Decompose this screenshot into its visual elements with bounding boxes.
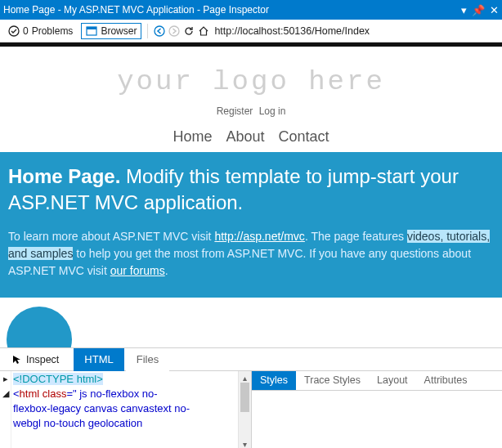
- forward-icon[interactable]: [168, 25, 180, 37]
- scroll-up-icon[interactable]: ▴: [239, 371, 251, 383]
- code-l2b: html: [20, 388, 40, 400]
- cursor-icon: [11, 354, 23, 365]
- code-l2d: =" js no-flexbox no-: [66, 388, 157, 400]
- title-bar: Home Page - My ASP.NET MVC Application -…: [0, 0, 502, 20]
- check-icon: [8, 25, 20, 37]
- toolbar-separator: [147, 24, 148, 38]
- tab-files[interactable]: Files: [126, 348, 169, 371]
- code-content: <!DOCTYPE html> <html class=" js no-flex…: [11, 371, 238, 448]
- home-icon[interactable]: [198, 25, 209, 37]
- browser-label: Browser: [101, 25, 137, 37]
- code-l2a: <: [13, 388, 20, 400]
- nav-about[interactable]: About: [226, 128, 264, 145]
- logo-placeholder: your logo here: [0, 66, 502, 97]
- problems-label: Problems: [32, 25, 74, 37]
- inspector-tabs-row: Inspect HTML Files: [0, 348, 502, 371]
- login-link[interactable]: Log in: [259, 105, 286, 117]
- gutter-collapse-icon[interactable]: ◢: [0, 386, 11, 401]
- hero-title-bold: Home Page.: [8, 165, 120, 187]
- svg-point-4: [169, 26, 179, 36]
- window-title: Home Page - My ASP.NET MVC Application -…: [3, 4, 461, 16]
- scroll-down-icon[interactable]: ▾: [239, 437, 251, 448]
- inspector-body: ▸ ◢ <!DOCTYPE html> <html class=" js no-…: [0, 371, 502, 448]
- lead-link-aspnet[interactable]: http://asp.net/mvc: [214, 230, 305, 243]
- styles-tabs: Styles Trace Styles Layout Attributes: [252, 371, 502, 391]
- hero-heading: Home Page. Modify this template to jump-…: [8, 164, 494, 217]
- window-controls: ▾ 📌 ✕: [461, 5, 499, 16]
- address-bar[interactable]: http://localhost:50136/Home/Index: [213, 25, 499, 37]
- decorative-circle: [7, 307, 72, 347]
- inspect-button[interactable]: Inspect: [5, 352, 65, 368]
- code-l3: flexbox-legacy canvas canvastext no-: [13, 402, 190, 414]
- gutter-expand-icon[interactable]: ▸: [0, 371, 11, 386]
- inspect-label: Inspect: [26, 354, 59, 365]
- main-nav: Home About Contact: [0, 128, 502, 146]
- browser-button[interactable]: Browser: [81, 23, 141, 39]
- dropdown-icon[interactable]: ▾: [461, 5, 467, 16]
- browser-viewport: your logo here Register Log in Home Abou…: [0, 43, 502, 347]
- auth-links: Register Log in: [0, 105, 502, 117]
- inspector-panel: Inspect HTML Files ▸ ◢ <!DOCTYPE html> <…: [0, 347, 502, 448]
- code-line1: <!DOCTYPE html>: [13, 373, 103, 385]
- svg-point-0: [9, 26, 19, 36]
- lead-end: .: [165, 264, 168, 277]
- code-l4: webgl no-touch geolocation: [13, 417, 142, 429]
- lead-mid1: . The page features: [305, 230, 407, 243]
- code-l2c: class: [39, 388, 66, 400]
- nav-home[interactable]: Home: [173, 128, 212, 145]
- register-link[interactable]: Register: [217, 105, 253, 117]
- refresh-icon[interactable]: [183, 25, 195, 37]
- code-gutter: ▸ ◢: [0, 371, 11, 448]
- stab-layout[interactable]: Layout: [369, 371, 416, 390]
- nav-contact[interactable]: Contact: [279, 128, 329, 145]
- close-icon[interactable]: ✕: [490, 5, 499, 16]
- pin-icon[interactable]: 📌: [472, 5, 485, 16]
- stab-trace[interactable]: Trace Styles: [296, 371, 369, 390]
- stab-styles[interactable]: Styles: [252, 371, 296, 390]
- problems-count: 0: [23, 25, 29, 37]
- hero-section: Home Page. Modify this template to jump-…: [0, 152, 502, 298]
- lead-pre: To learn more about ASP.NET MVC visit: [8, 230, 214, 243]
- toolbar: 0 Problems Browser http://localhost:5013…: [0, 20, 502, 43]
- problems-button[interactable]: 0 Problems: [3, 23, 78, 39]
- code-pane[interactable]: ▸ ◢ <!DOCTYPE html> <html class=" js no-…: [0, 371, 252, 448]
- hero-lead: To learn more about ASP.NET MVC visit ht…: [8, 228, 494, 280]
- svg-rect-2: [87, 27, 96, 29]
- code-scrollbar[interactable]: ▴ ▾: [238, 371, 251, 448]
- tab-html[interactable]: HTML: [74, 348, 123, 371]
- back-icon[interactable]: [154, 25, 165, 37]
- top-strip: [0, 43, 502, 47]
- stab-attributes[interactable]: Attributes: [416, 371, 476, 390]
- lead-mid2: to help you get the most from ASP.NET MV…: [8, 247, 471, 277]
- window-icon: [86, 25, 97, 37]
- scroll-thumb[interactable]: [240, 383, 249, 412]
- styles-pane: Styles Trace Styles Layout Attributes: [252, 371, 502, 448]
- svg-point-3: [155, 26, 164, 36]
- lead-link-forums[interactable]: our forums: [110, 264, 165, 277]
